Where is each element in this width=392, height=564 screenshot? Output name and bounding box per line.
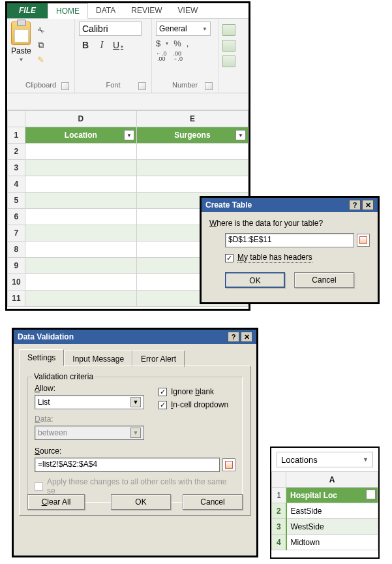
cell[interactable]: Midtown bbox=[286, 535, 378, 550]
has-headers-checkbox[interactable] bbox=[225, 254, 234, 262]
cell[interactable] bbox=[25, 242, 136, 258]
font-name-select[interactable]: Calibri bbox=[79, 22, 142, 36]
row-header[interactable]: 4 bbox=[272, 535, 286, 550]
increase-decimal-button[interactable]: ←.0.00 bbox=[156, 51, 167, 61]
cancel-button[interactable]: Cancel bbox=[183, 494, 243, 510]
incell-dropdown-checkbox[interactable] bbox=[158, 401, 167, 409]
apply-same-checkbox bbox=[35, 482, 43, 491]
row-header[interactable]: 11 bbox=[8, 290, 25, 307]
close-icon[interactable]: ✕ bbox=[362, 200, 374, 210]
group-label-font: Font bbox=[106, 81, 120, 89]
filter-dropdown-icon[interactable]: ▼ bbox=[124, 130, 134, 140]
format-as-table-icon[interactable] bbox=[222, 40, 235, 52]
tab-view[interactable]: VIEW bbox=[170, 3, 206, 19]
bold-button[interactable]: B bbox=[80, 40, 91, 50]
cell[interactable] bbox=[25, 225, 136, 242]
format-painter-icon[interactable]: ✎ bbox=[35, 54, 47, 65]
row-header[interactable]: 3 bbox=[8, 160, 25, 176]
cell[interactable] bbox=[25, 258, 136, 274]
name-box[interactable]: Locations ▼ bbox=[277, 452, 373, 467]
cell[interactable] bbox=[25, 176, 136, 193]
cell-styles-icon[interactable] bbox=[222, 55, 235, 67]
tab-home[interactable]: HOME bbox=[48, 3, 88, 19]
italic-button[interactable]: I bbox=[97, 40, 107, 50]
row-header[interactable]: 2 bbox=[8, 144, 25, 160]
formula-bar[interactable] bbox=[7, 93, 249, 110]
help-icon[interactable]: ? bbox=[349, 200, 361, 210]
filter-dropdown-icon[interactable]: ▼ bbox=[366, 490, 376, 499]
tab-file[interactable]: FILE bbox=[7, 3, 48, 19]
cell[interactable] bbox=[25, 160, 136, 176]
ok-button[interactable]: OK bbox=[111, 494, 171, 510]
ribbon-tabs: FILE HOME DATA REVIEW VIEW bbox=[7, 3, 249, 19]
row-header[interactable]: 9 bbox=[8, 258, 25, 274]
row-header[interactable]: 2 bbox=[272, 503, 286, 519]
cell[interactable] bbox=[136, 176, 248, 193]
clear-all-button[interactable]: Clear All bbox=[27, 494, 85, 510]
paste-icon[interactable] bbox=[11, 22, 31, 45]
cut-icon[interactable]: ✂ bbox=[33, 23, 49, 39]
cell[interactable] bbox=[136, 144, 248, 160]
group-label-number: Number bbox=[172, 81, 198, 89]
cell[interactable] bbox=[25, 209, 136, 225]
tab-review[interactable]: REVIEW bbox=[123, 3, 170, 19]
comma-format-button[interactable]: , bbox=[187, 39, 189, 48]
row-header[interactable]: 3 bbox=[272, 519, 286, 535]
font-dialog-launcher-icon[interactable] bbox=[138, 82, 146, 90]
paste-label[interactable]: Paste bbox=[11, 46, 31, 55]
select-all-cell[interactable] bbox=[272, 472, 286, 488]
validation-criteria-legend: Validation criteria bbox=[32, 372, 95, 381]
decrease-decimal-button[interactable]: .00→.0 bbox=[172, 51, 183, 61]
table-header-surgeons[interactable]: Surgeons ▼ bbox=[136, 127, 248, 144]
cell[interactable] bbox=[25, 290, 136, 307]
cancel-button[interactable]: Cancel bbox=[294, 272, 354, 288]
row-header[interactable]: 10 bbox=[8, 274, 25, 290]
cell[interactable] bbox=[25, 144, 136, 160]
dialog-titlebar[interactable]: Data Validation ? ✕ bbox=[14, 330, 256, 344]
number-dialog-launcher-icon[interactable] bbox=[205, 82, 213, 90]
number-format-select[interactable]: General▼ bbox=[156, 22, 211, 36]
clipboard-dialog-launcher-icon[interactable] bbox=[61, 82, 69, 90]
cell[interactable] bbox=[25, 193, 136, 209]
help-icon[interactable]: ? bbox=[228, 332, 239, 342]
row-header[interactable]: 6 bbox=[8, 209, 25, 225]
tab-error-alert[interactable]: Error Alert bbox=[132, 351, 185, 367]
row-header[interactable]: 1 bbox=[8, 127, 25, 144]
cell[interactable]: EastSide bbox=[286, 503, 378, 519]
underline-button[interactable]: U bbox=[113, 40, 123, 50]
accounting-format-button[interactable]: $ bbox=[156, 39, 160, 48]
cell[interactable] bbox=[136, 160, 248, 176]
row-header[interactable]: 7 bbox=[8, 225, 25, 242]
cell[interactable] bbox=[25, 274, 136, 290]
col-header-e[interactable]: E bbox=[136, 111, 248, 127]
range-picker-icon[interactable] bbox=[222, 458, 235, 471]
table-header-location[interactable]: Location ▼ bbox=[25, 127, 136, 144]
col-header-a[interactable]: A bbox=[286, 472, 378, 488]
row-header[interactable]: 8 bbox=[8, 242, 25, 258]
cell[interactable]: WestSide bbox=[286, 519, 378, 535]
ok-button[interactable]: OK bbox=[225, 272, 285, 288]
chevron-down-icon[interactable]: ▼ bbox=[363, 456, 369, 463]
tab-settings[interactable]: Settings bbox=[19, 349, 64, 366]
percent-format-button[interactable]: % bbox=[173, 39, 181, 48]
select-all-cell[interactable] bbox=[8, 111, 25, 127]
row-header[interactable]: 4 bbox=[8, 176, 25, 193]
close-icon[interactable]: ✕ bbox=[241, 332, 252, 342]
ignore-blank-checkbox[interactable] bbox=[158, 388, 167, 396]
group-number: General▼ $▾ % , ←.0.00 .00→.0 bbox=[152, 19, 219, 93]
source-input[interactable]: =list2!$A$2:$A$4 bbox=[35, 458, 220, 472]
col-header-d[interactable]: D bbox=[25, 111, 136, 127]
table-header-hospital-loc[interactable]: Hospital Loc ▼ bbox=[286, 488, 378, 503]
dialog-titlebar[interactable]: Create Table ? ✕ bbox=[202, 198, 378, 212]
tab-data[interactable]: DATA bbox=[88, 3, 123, 19]
chevron-down-icon[interactable]: ▼ bbox=[130, 397, 141, 407]
table-range-input[interactable]: $D$1:$E$11 bbox=[225, 233, 354, 247]
range-picker-icon[interactable] bbox=[357, 234, 370, 247]
copy-icon[interactable]: ⧉ bbox=[35, 40, 47, 50]
row-header[interactable]: 1 bbox=[272, 488, 286, 503]
filter-dropdown-icon[interactable]: ▼ bbox=[235, 130, 246, 140]
row-header[interactable]: 5 bbox=[8, 193, 25, 209]
conditional-formatting-icon[interactable] bbox=[222, 24, 235, 36]
allow-select[interactable]: List ▼ bbox=[35, 395, 144, 409]
tab-input-message[interactable]: Input Message bbox=[64, 351, 132, 367]
